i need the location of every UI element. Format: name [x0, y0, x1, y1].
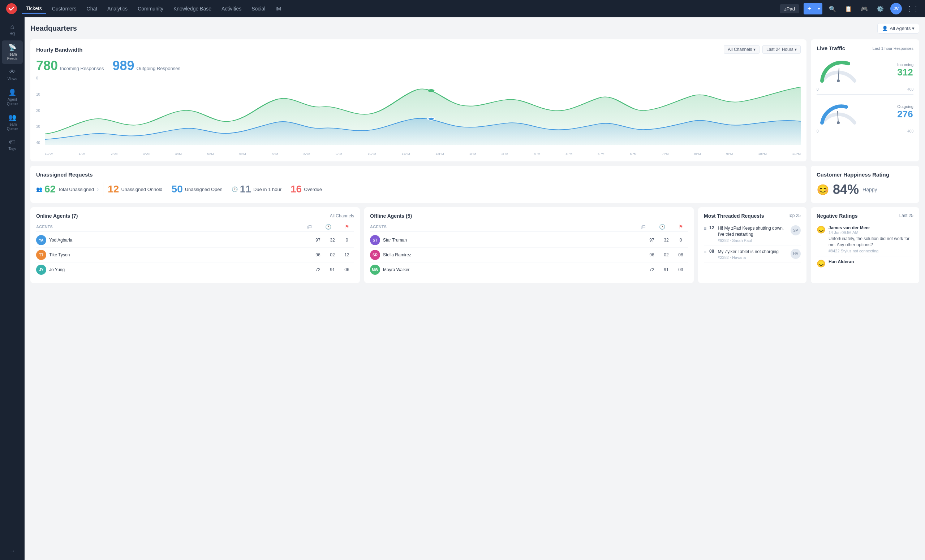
nav-item-analytics[interactable]: Analytics: [103, 4, 132, 14]
neg-subtitle: Last 25: [899, 213, 913, 219]
svg-point-4: [837, 80, 840, 82]
onhold-label: Unassigned Onhold: [121, 187, 162, 192]
team-feeds-icon: 📡: [8, 44, 16, 51]
nav-item-im[interactable]: IM: [271, 4, 285, 14]
views-icon: 👁: [9, 68, 15, 76]
sidebar: ⌂ HQ 📡 Team Feeds 👁 Views 👤 Agent Queue …: [0, 17, 24, 560]
sidebar-item-hq[interactable]: ⌂ HQ: [2, 20, 23, 39]
neg-time-0: 14 Jun 09:56 AM: [829, 230, 913, 235]
negative-ratings-header: Negative Ratings Last 25: [817, 213, 913, 219]
nav-item-knowledge-base[interactable]: Knowledge Base: [169, 4, 216, 14]
off-col-icons: 🏷 🕐 ⚑: [636, 224, 688, 230]
all-channels-button[interactable]: All Channels ▾: [724, 45, 759, 54]
agent-name-1: Tike Tyson: [49, 252, 311, 257]
overdue-value: 16: [291, 183, 302, 195]
off-agent-name-1: Stella Ramirez: [383, 252, 645, 257]
sidebar-expand-button[interactable]: →: [6, 545, 18, 557]
nav-item-community[interactable]: Community: [133, 4, 168, 14]
online-agents-card: Online Agents (7) All Channels AGENTS 🏷 …: [30, 207, 360, 283]
hq-icon: ⌂: [11, 23, 14, 31]
due-label: Due in 1 hour: [253, 187, 282, 192]
svg-point-1: [428, 89, 435, 92]
due-value: 11: [240, 183, 251, 195]
thread-content-0: Hi! My zPad Keeps shutting down. I've tr…: [718, 225, 788, 243]
outgoing-gauge-value: 276: [897, 109, 913, 120]
page-header: Headquarters 👤 All Agents ▾: [30, 23, 919, 34]
live-traffic-title: Live Traffic: [817, 45, 845, 51]
vertical-divider-3: [227, 182, 227, 197]
new-item-button[interactable]: +: [804, 3, 815, 15]
nav-item-activities[interactable]: Activities: [217, 4, 246, 14]
zpad-button[interactable]: zPad: [780, 5, 799, 14]
threaded-item-1: ≡ 08 My Zylker Tablet is not charging #2…: [704, 246, 801, 263]
team-queue-icon: 👥: [8, 113, 16, 121]
off-tag-col-icon: 🏷: [636, 224, 650, 230]
open-label: Unassigned Open: [185, 187, 223, 192]
off-agent-avatar-0: ST: [370, 235, 380, 245]
unassigned-title: Unassigned Requests: [36, 171, 801, 178]
incoming-stat: 780 Incoming Responses: [36, 58, 104, 73]
search-button[interactable]: 🔍: [827, 3, 838, 15]
settings-button[interactable]: ⚙️: [874, 3, 886, 15]
thread-avatar-1: HA: [791, 249, 801, 259]
incoming-gauge-label: Incoming: [897, 63, 913, 67]
nav-item-social[interactable]: Social: [247, 4, 270, 14]
thread-content-1: My Zylker Tablet is not charging #2382 ·…: [718, 249, 788, 260]
notifications-button[interactable]: 📋: [843, 3, 854, 15]
neg-text-0: Unfortunately, the solution did not work…: [829, 236, 913, 248]
online-agents-col-headers: AGENTS 🏷 🕐 ⚑: [36, 222, 354, 231]
threaded-header: Most Threaded Requests Top 25: [704, 213, 801, 219]
online-agents-header: Online Agents (7) All Channels: [36, 213, 354, 219]
threaded-title: Most Threaded Requests: [704, 213, 764, 219]
happiness-percent: 84%: [833, 182, 859, 197]
total-unassigned-label: Total Unassigned: [58, 187, 94, 192]
col-icons: 🏷 🕐 ⚑: [302, 224, 354, 230]
bandwidth-card-header: Hourly Bandwidth All Channels ▾ Last 24 …: [36, 45, 801, 54]
thread-avatar-0: SP: [791, 225, 801, 236]
total-unassigned-value: 62: [44, 183, 56, 195]
outgoing-gauge: [817, 98, 860, 126]
nav-item-customers[interactable]: Customers: [48, 4, 81, 14]
agent-avatar-2: JY: [36, 265, 46, 275]
sidebar-item-team-feeds[interactable]: 📡 Team Feeds: [2, 41, 23, 64]
svg-point-2: [428, 117, 435, 120]
bandwidth-title: Hourly Bandwidth: [36, 47, 82, 53]
svg-point-6: [837, 121, 840, 124]
overdue-stat: 16 Overdue: [291, 183, 322, 195]
sidebar-item-views[interactable]: 👁 Views: [2, 65, 23, 84]
sidebar-item-agent-queue[interactable]: 👤 Agent Queue: [2, 86, 23, 109]
sidebar-tags-label: Tags: [8, 147, 16, 151]
live-traffic-header: Live Traffic Last 1 hour Responses: [817, 45, 913, 51]
logo[interactable]: [6, 3, 17, 15]
off-agent-nums-0: 97 32 0: [645, 237, 688, 243]
incoming-gauge-range: 0 400: [817, 87, 913, 92]
offline-agents-col-headers: AGENTS 🏷 🕐 ⚑: [370, 222, 688, 231]
neg-item-1: 😞 Han Alderan: [817, 256, 913, 271]
negative-ratings-card: Negative Ratings Last 25 😞 James van der…: [811, 207, 919, 283]
nav-item-chat[interactable]: Chat: [82, 4, 102, 14]
last-24h-button[interactable]: Last 24 Hours ▾: [762, 45, 801, 54]
chart-x-labels: 12AM 1AM 2AM 3AM 4AM 5AM 6AM 7AM 8AM 9AM…: [45, 152, 801, 156]
neg-emoji-1: 😞: [817, 259, 826, 268]
neg-name-0: James van der Meer: [829, 225, 913, 230]
offline-agents-row-2: MW Mayra Walker 72 91 03: [370, 263, 688, 277]
user-avatar[interactable]: JV: [890, 3, 902, 15]
agent-name-0: Yod Agbaria: [49, 237, 311, 243]
more-menu-icon[interactable]: ⋮⋮: [906, 5, 919, 13]
app-layout: ⌂ HQ 📡 Team Feeds 👁 Views 👤 Agent Queue …: [0, 17, 925, 560]
bottom-row: Online Agents (7) All Channels AGENTS 🏷 …: [30, 207, 919, 283]
agent-name-2: Jo Yung: [49, 267, 311, 272]
sidebar-hq-label: HQ: [10, 32, 15, 36]
nav-item-tickets[interactable]: Tickets: [22, 3, 46, 14]
all-agents-button[interactable]: 👤 All Agents ▾: [877, 23, 919, 34]
online-agents-row-1: TT Tike Tyson 96 02 12: [36, 248, 354, 263]
vertical-divider-4: [286, 182, 286, 197]
new-item-dropdown[interactable]: ▾: [815, 3, 823, 15]
live-traffic-subtitle: Last 1 hour Responses: [872, 46, 913, 51]
threaded-item-0: ≡ 12 Hi! My zPad Keeps shutting down. I'…: [704, 222, 801, 246]
games-button[interactable]: 🎮: [859, 3, 870, 15]
agent-avatar-0: YA: [36, 235, 46, 245]
sidebar-item-tags[interactable]: 🏷 Tags: [2, 135, 23, 154]
sidebar-item-team-queue[interactable]: 👥 Team Queue: [2, 111, 23, 134]
agent-nums-0: 97 32 0: [311, 237, 354, 243]
